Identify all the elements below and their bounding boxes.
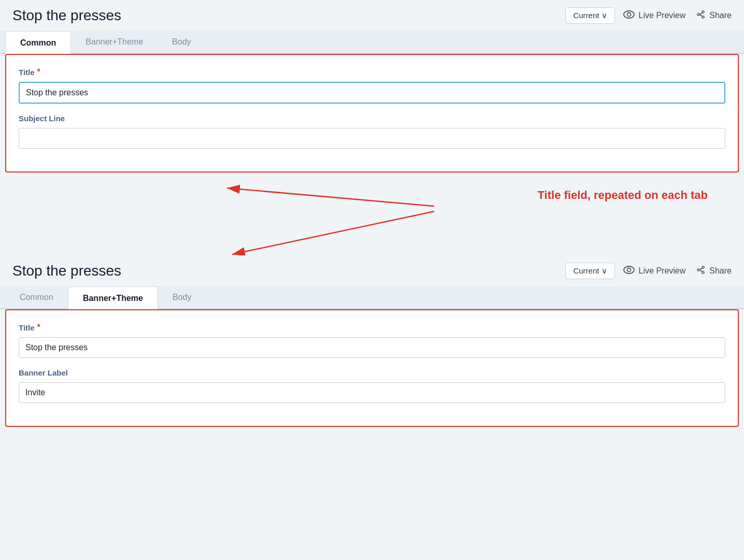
title-label-1: Title * xyxy=(19,67,725,77)
header-1: Stop the presses Current ∨ Live Preview xyxy=(0,0,744,31)
tab-common-1[interactable]: Common xyxy=(5,31,71,54)
tabs-2: Common Banner+Theme Body xyxy=(0,286,744,309)
share-label-1: Share xyxy=(709,11,732,20)
share-button-1[interactable]: Share xyxy=(696,10,732,21)
svg-line-4 xyxy=(227,188,434,206)
svg-line-5 xyxy=(232,211,434,254)
subject-line-label-1: Subject Line xyxy=(19,114,725,123)
live-preview-label-1: Live Preview xyxy=(639,11,686,20)
share-label-2: Share xyxy=(709,266,732,276)
live-preview-button-2[interactable]: Live Preview xyxy=(623,266,686,276)
eye-icon-1 xyxy=(623,10,635,21)
version-button-1[interactable]: Current ∨ xyxy=(565,7,614,24)
header-actions-2: Live Preview Share xyxy=(623,265,732,277)
live-preview-label-2: Live Preview xyxy=(639,266,686,276)
subject-line-field-group-1: Subject Line xyxy=(19,114,725,149)
required-star-2: * xyxy=(37,323,40,332)
tab-body-1[interactable]: Body xyxy=(158,31,205,53)
title-input-1[interactable] xyxy=(19,82,725,104)
panel-1: Stop the presses Current ∨ Live Preview xyxy=(0,0,744,173)
svg-point-0 xyxy=(624,11,634,18)
title-input-2[interactable] xyxy=(19,337,725,358)
annotation-text: Title field, repeated on each tab xyxy=(538,188,708,203)
title-label-2: Title * xyxy=(19,323,725,332)
live-preview-button-1[interactable]: Live Preview xyxy=(623,10,686,21)
banner-label-input[interactable] xyxy=(19,382,725,403)
header-actions-1: Live Preview Share xyxy=(623,10,732,21)
content-area-2: Title * Banner Label xyxy=(5,309,739,427)
required-star-1: * xyxy=(37,67,40,77)
tab-banner-theme-2[interactable]: Banner+Theme xyxy=(68,286,158,309)
page-title-2: Stop the presses xyxy=(12,263,557,279)
eye-icon-2 xyxy=(623,266,635,276)
panel-2: Stop the presses Current ∨ Live Preview xyxy=(0,255,744,427)
subject-line-input-1[interactable] xyxy=(19,128,725,149)
banner-label-field-group: Banner Label xyxy=(19,368,725,403)
share-button-2[interactable]: Share xyxy=(696,265,732,277)
share-icon-2 xyxy=(696,265,705,277)
tab-common-2[interactable]: Common xyxy=(5,286,68,308)
banner-label-label: Banner Label xyxy=(19,368,725,377)
share-icon-1 xyxy=(696,10,705,21)
svg-point-7 xyxy=(627,268,631,272)
tabs-1: Common Banner+Theme Body xyxy=(0,31,744,54)
svg-point-6 xyxy=(624,266,634,274)
version-button-2[interactable]: Current ∨ xyxy=(565,263,614,279)
header-2: Stop the presses Current ∨ Live Preview xyxy=(0,255,744,286)
svg-point-1 xyxy=(627,13,631,17)
page-title-1: Stop the presses xyxy=(12,7,557,24)
tab-banner-theme-1[interactable]: Banner+Theme xyxy=(71,31,158,53)
tab-body-2[interactable]: Body xyxy=(158,286,206,308)
title-field-group-1: Title * xyxy=(19,67,725,104)
content-area-1: Title * Subject Line xyxy=(5,54,739,173)
title-field-group-2: Title * xyxy=(19,323,725,358)
annotation-area: Title field, repeated on each tab xyxy=(5,178,739,255)
